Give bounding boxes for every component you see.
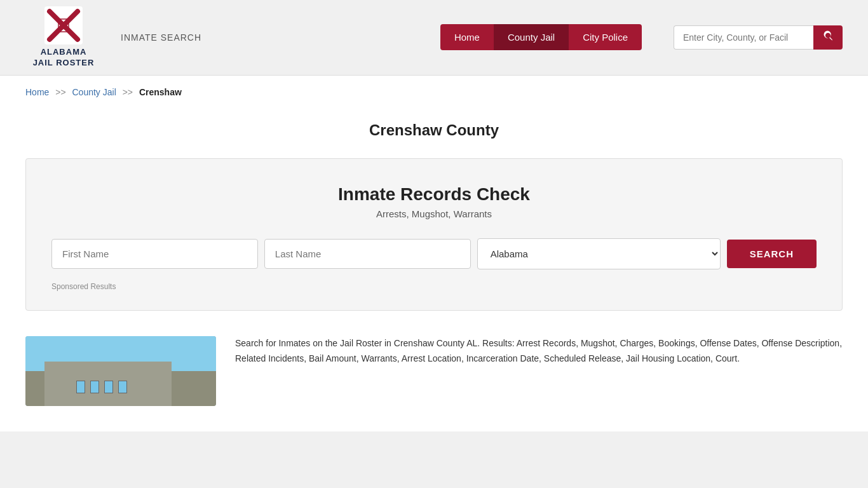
records-search-button[interactable]: SEARCH: [727, 240, 817, 268]
inmate-search-label: INMATE SEARCH: [121, 32, 201, 43]
nav-city-police-button[interactable]: City Police: [569, 24, 642, 50]
logo-area: ALABAMA JAIL ROSTER: [25, 6, 102, 69]
bottom-section: Search for Inmates on the Jail Roster in…: [0, 323, 868, 431]
logo-text: ALABAMA JAIL ROSTER: [33, 47, 95, 69]
breadcrumb-home[interactable]: Home: [25, 87, 49, 97]
content-area: Home >> County Jail >> Crenshaw Crenshaw…: [0, 76, 868, 431]
breadcrumb-sep2: >>: [123, 87, 133, 97]
search-icon: [822, 30, 834, 42]
window-2: [90, 381, 99, 393]
facility-image-inner: [25, 336, 216, 406]
breadcrumb-sep1: >>: [55, 87, 65, 97]
header-search-button[interactable]: [813, 25, 843, 50]
nav-county-jail-button[interactable]: County Jail: [494, 24, 569, 50]
state-select[interactable]: AlabamaAlaskaArizonaArkansasCaliforniaCo…: [477, 238, 721, 269]
main-nav: Home County Jail City Police: [440, 24, 642, 50]
breadcrumb-current: Crenshaw: [139, 87, 182, 97]
facility-image: [25, 336, 216, 406]
records-form: AlabamaAlaskaArizonaArkansasCaliforniaCo…: [51, 238, 817, 269]
page-title: Crenshaw County: [0, 109, 868, 146]
nav-home-button[interactable]: Home: [440, 24, 494, 50]
header-search-input[interactable]: [674, 25, 813, 50]
logo-icon: [44, 6, 83, 44]
sponsored-label: Sponsored Results: [51, 282, 817, 291]
last-name-input[interactable]: [264, 239, 471, 269]
window-3: [104, 381, 113, 393]
records-card-subtitle: Arrests, Mugshot, Warrants: [51, 208, 817, 219]
building-shape: [44, 362, 172, 406]
building-windows: [76, 381, 127, 393]
records-card: Inmate Records Check Arrests, Mugshot, W…: [25, 158, 843, 311]
header-search-wrap: [674, 25, 843, 50]
window-4: [118, 381, 127, 393]
window-1: [76, 381, 85, 393]
records-card-title: Inmate Records Check: [51, 184, 817, 205]
site-header: ALABAMA JAIL ROSTER INMATE SEARCH Home C…: [0, 0, 868, 76]
description-text: Search for Inmates on the Jail Roster in…: [235, 336, 843, 406]
breadcrumb: Home >> County Jail >> Crenshaw: [0, 76, 868, 109]
breadcrumb-county-jail[interactable]: County Jail: [72, 87, 116, 97]
first-name-input[interactable]: [51, 239, 258, 269]
